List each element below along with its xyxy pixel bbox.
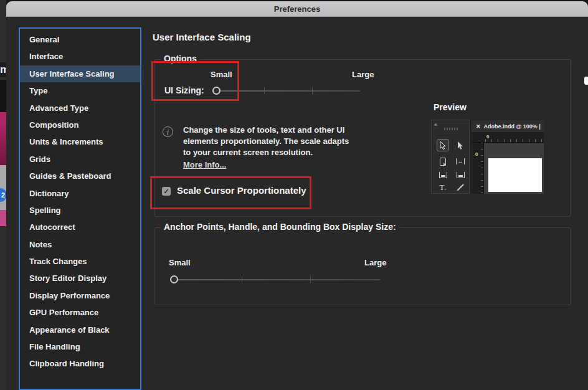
ui-sizing-slider-tick — [312, 87, 313, 94]
sidebar-item-composition[interactable]: Composition — [20, 117, 140, 133]
window-title: Preferences — [274, 4, 320, 14]
anchor-size-slider-tick — [242, 276, 242, 283]
preview-page — [488, 158, 542, 192]
sidebar-item-gpu-performance[interactable]: GPU Performance — [20, 304, 140, 321]
panel-grip-icon — [444, 128, 458, 130]
content-collector-tool-icon — [437, 169, 449, 181]
line-tool-icon — [454, 181, 467, 194]
sidebar-item-clipboard-handling[interactable]: Clipboard Handling — [20, 355, 140, 372]
ui-preview-thumbnail: « ↔ T. ✕Adobe.indd @ 100% | 0 — [431, 120, 544, 194]
backdrop-image-fragment — [0, 112, 6, 165]
direct-selection-tool-icon — [454, 139, 467, 151]
anchor-size-min-label: Small — [169, 258, 191, 267]
collapse-panel-icon: « — [434, 121, 437, 128]
sidebar-item-grids[interactable]: Grids — [20, 151, 140, 168]
backdrop-gray-fragment — [0, 165, 6, 210]
page-title: User Interface Scaling — [153, 32, 251, 42]
page-tool-icon — [437, 155, 449, 168]
close-tab-icon: ✕ — [476, 123, 481, 130]
sidebar-item-guides-pasteboard[interactable]: Guides & Pasteboard — [20, 168, 140, 184]
sidebar-item-appearance-of-black[interactable]: Appearance of Black — [20, 321, 140, 338]
sidebar-item-autocorrect[interactable]: Autocorrect — [20, 219, 140, 235]
sidebar-item-notes[interactable]: Notes — [20, 236, 140, 253]
anchor-size-max-label: Large — [364, 258, 386, 267]
anchor-size-slider-track[interactable] — [174, 279, 380, 280]
gap-tool-icon: ↔ — [454, 155, 467, 168]
selection-tool-icon — [437, 139, 449, 151]
anchor-display-group — [154, 227, 571, 305]
sidebar-item-file-handling[interactable]: File Handling — [20, 338, 140, 355]
sidebar-item-spelling[interactable]: Spelling — [20, 202, 140, 219]
sidebar-item-advanced-type[interactable]: Advanced Type — [20, 100, 140, 117]
sidebar-item-track-changes[interactable]: Track Changes — [20, 253, 140, 270]
preferences-category-list: GeneralInterfaceUser Interface ScalingTy… — [19, 27, 141, 390]
more-info-link[interactable]: More Info... — [183, 160, 226, 169]
sidebar-item-display-performance[interactable]: Display Performance — [20, 287, 140, 304]
backdrop-pink-fragment — [0, 210, 6, 226]
sidebar-item-interface[interactable]: Interface — [20, 48, 140, 65]
horizontal-ruler: 0 — [472, 133, 544, 143]
backdrop-dark-block — [0, 80, 6, 112]
sidebar-item-type[interactable]: Type — [20, 82, 140, 99]
ui-sizing-slider-tick — [264, 87, 265, 94]
preview-pasteboard — [485, 143, 544, 194]
info-icon: i — [163, 126, 173, 137]
preferences-window: m 2 Preferences GeneralInterfaceUser Int… — [0, 0, 588, 390]
content-placer-tool-icon — [454, 169, 467, 181]
edge-notch — [584, 77, 588, 85]
type-tool-icon: T. — [437, 181, 449, 194]
sidebar-item-dictionary[interactable]: Dictionary — [20, 185, 140, 202]
sidebar-item-units-increments[interactable]: Units & Increments — [20, 133, 140, 150]
background-app-sliver: m 2 — [0, 0, 6, 390]
backdrop-partial-text: m — [0, 62, 6, 77]
title-bar[interactable]: Preferences — [6, 1, 588, 17]
anchor-size-slider-tick — [310, 276, 311, 283]
preview-document-window: ✕Adobe.indd @ 100% | 0 0 — [472, 120, 544, 194]
preview-document-tab: ✕Adobe.indd @ 100% | — [472, 120, 544, 133]
preview-label: Preview — [434, 102, 467, 112]
document-tab-title: Adobe.indd @ 100% | — [484, 123, 541, 130]
annotation-box-ui-sizing — [151, 61, 239, 101]
preview-toolbar: « ↔ T. — [431, 120, 470, 194]
sidebar-item-user-interface-scaling[interactable]: User Interface Scaling — [20, 65, 140, 82]
annotation-box-scale-cursor — [150, 176, 311, 209]
scaling-description: Change the size of tools, text and other… — [183, 125, 353, 158]
sidebar-item-story-editor-display[interactable]: Story Editor Display — [20, 270, 140, 287]
anchor-display-group-legend: Anchor Points, Handle, and Bounding Box … — [161, 222, 399, 232]
vertical-ruler: 0 — [472, 143, 484, 194]
ui-sizing-max-label: Large — [352, 70, 374, 79]
sidebar-item-general[interactable]: General — [20, 31, 140, 48]
anchor-size-slider-thumb[interactable] — [170, 275, 178, 283]
